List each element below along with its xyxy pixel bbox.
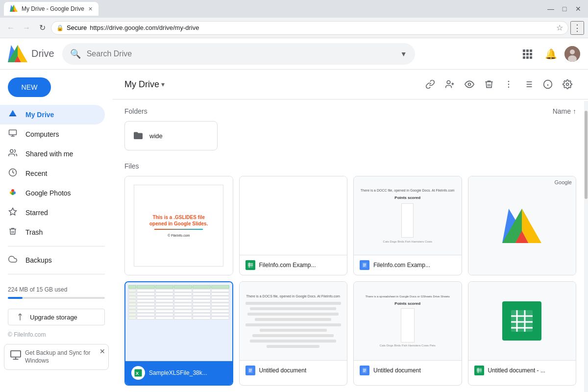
bookmark-icon[interactable]: ☆ <box>556 23 563 32</box>
svg-rect-12 <box>530 49 532 52</box>
back-button[interactable]: ← <box>4 21 18 35</box>
sort-button[interactable]: Name ↑ <box>553 107 576 115</box>
sheets-type-icon-2 <box>474 366 484 375</box>
notifications-button[interactable]: 🔔 <box>541 44 561 64</box>
backup-close-button[interactable]: ✕ <box>99 347 105 355</box>
get-link-button[interactable] <box>421 75 439 93</box>
window-controls: — □ ✕ <box>545 3 584 15</box>
close-button[interactable]: ✕ <box>572 3 584 15</box>
folder-svg-icon <box>133 130 144 139</box>
file-info-slides: FileInfo.com Examp... <box>125 275 233 275</box>
browser-menu-button[interactable]: ⋮ <box>570 21 584 35</box>
sort-label: Name <box>553 107 571 115</box>
svg-point-38 <box>508 87 510 88</box>
svg-rect-17 <box>526 56 529 59</box>
sidebar-label-shared: Shared with me <box>25 150 73 158</box>
sidebar-divider-2 <box>8 274 105 274</box>
trash-action-icon <box>484 79 494 89</box>
sidebar-item-backups[interactable]: Backups <box>0 250 105 270</box>
reload-button[interactable]: ↻ <box>35 21 49 35</box>
backup-sync-banner[interactable]: Get Backup and Sync for Windows ✕ <box>4 344 109 370</box>
app-body: NEW My Drive Computers Shared <box>0 70 588 392</box>
minimize-button[interactable]: — <box>545 3 557 15</box>
svg-point-37 <box>508 84 510 85</box>
xls-icon: X <box>134 368 143 377</box>
search-dropdown-icon[interactable]: ▼ <box>400 50 407 58</box>
sidebar-item-trash[interactable]: Trash <box>0 222 105 242</box>
apps-button[interactable] <box>517 44 537 64</box>
user-avatar[interactable] <box>564 46 580 62</box>
sidebar-item-recent[interactable]: Recent <box>0 164 105 183</box>
folder-name: wide <box>149 132 163 140</box>
svg-marker-29 <box>9 208 17 215</box>
file-card-doc-chart[interactable]: There is a DOCC file, opened in Google D… <box>353 176 462 275</box>
search-icon: 🔍 <box>70 49 81 59</box>
drive-toolbar: My Drive ▾ <box>113 70 588 99</box>
file-preview-sheets: // This will be rendered inline below <box>240 176 347 255</box>
svg-point-28 <box>11 192 14 195</box>
file-preview-untitled-sheets <box>468 282 576 360</box>
file-card-sheets[interactable]: // This will be rendered inline below <box>239 176 348 275</box>
forward-button[interactable]: → <box>20 21 33 35</box>
sidebar-item-shared[interactable]: Shared with me <box>0 144 105 164</box>
file-info-doc-chart: FileInfo.com Examp... <box>354 255 462 275</box>
folder-icon <box>133 130 144 142</box>
search-input[interactable] <box>87 49 394 58</box>
vertical-scrollbar[interactable] <box>584 101 588 392</box>
storage-info: 224 MB of 15 GB used <box>0 278 113 307</box>
tab-close-button[interactable]: ✕ <box>88 6 93 12</box>
browser-toolbar: ← → ↻ 🔒 Secure https://drive.google.com/… <box>0 18 588 38</box>
new-button[interactable]: NEW <box>8 77 51 97</box>
file-card-drive-logo[interactable]: Google PDF <box>468 176 577 275</box>
storage-bar <box>8 297 105 299</box>
drive-dropdown-arrow[interactable]: ▾ <box>161 80 165 88</box>
file-card-slides[interactable]: This is a .GSLIDES fileopened in Google … <box>124 176 233 275</box>
sidebar-item-starred[interactable]: Starred <box>0 203 105 222</box>
maximize-button[interactable]: □ <box>559 3 570 15</box>
files-section-title: Files <box>124 162 576 170</box>
url-bar[interactable]: 🔒 Secure https://drive.google.com/drive/… <box>51 21 568 35</box>
settings-button[interactable] <box>559 75 576 93</box>
svg-text:X: X <box>136 370 139 376</box>
sheets-icon-2 <box>476 368 482 373</box>
more-options-button[interactable] <box>500 75 517 93</box>
app: Drive 🔍 ▼ 🔔 <box>0 38 588 392</box>
sidebar-item-google-photos[interactable]: Google Photos <box>0 183 105 203</box>
svg-point-20 <box>570 49 575 54</box>
list-view-button[interactable] <box>519 75 537 93</box>
preview-button[interactable] <box>461 75 478 93</box>
files-grid: This is a .GSLIDES fileopened in Google … <box>124 176 576 386</box>
browser-titlebar: My Drive - Google Drive ✕ — □ ✕ <box>0 0 588 18</box>
xls-type-icon: X <box>131 366 145 380</box>
list-view-icon <box>523 79 533 89</box>
sidebar-item-my-drive[interactable]: My Drive <box>0 105 105 124</box>
file-preview-drive-logo: Google <box>468 176 576 275</box>
svg-rect-31 <box>11 351 21 357</box>
upgrade-storage-button[interactable]: Upgrade storage <box>8 309 105 325</box>
file-card-untitled-1[interactable]: There is a DOCS file, opened in Google D… <box>239 281 348 386</box>
folder-card-wide[interactable]: wide <box>124 121 218 150</box>
info-button[interactable] <box>539 75 557 93</box>
file-card-xls[interactable]: X SampleXLSFile_38k... <box>124 281 233 386</box>
content-area: Folders Name ↑ wide Files <box>113 99 588 392</box>
file-card-untitled-sheets[interactable]: Untitled document - ... <box>468 281 577 386</box>
file-name-sheets: FileInfo.com Examp... <box>259 262 316 269</box>
more-vert-icon <box>504 79 514 89</box>
drive-title: My Drive ▾ <box>124 79 165 90</box>
file-name-doc-chart: FileInfo.com Examp... <box>373 262 430 269</box>
docs-type-icon-3 <box>360 366 369 375</box>
scrollbar-thumb[interactable] <box>585 111 588 199</box>
file-info-drive-logo: PDF How to get started ... <box>468 275 576 275</box>
sidebar-item-computers[interactable]: Computers <box>0 124 105 144</box>
file-card-untitled-2[interactable]: There is a spreadsheet in Google Docs or… <box>353 281 462 386</box>
trash-icon <box>8 227 18 238</box>
file-info-untitled-1: Untitled document <box>240 360 347 380</box>
browser-tab[interactable]: My Drive - Google Drive ✕ <box>4 2 98 16</box>
app-header: Drive 🔍 ▼ 🔔 <box>0 38 588 70</box>
add-people-button[interactable] <box>441 75 459 93</box>
avatar-image <box>564 46 580 62</box>
svg-point-32 <box>447 81 450 84</box>
my-drive-icon <box>8 109 18 121</box>
search-bar[interactable]: 🔍 ▼ <box>62 43 415 65</box>
delete-button[interactable] <box>480 75 498 93</box>
